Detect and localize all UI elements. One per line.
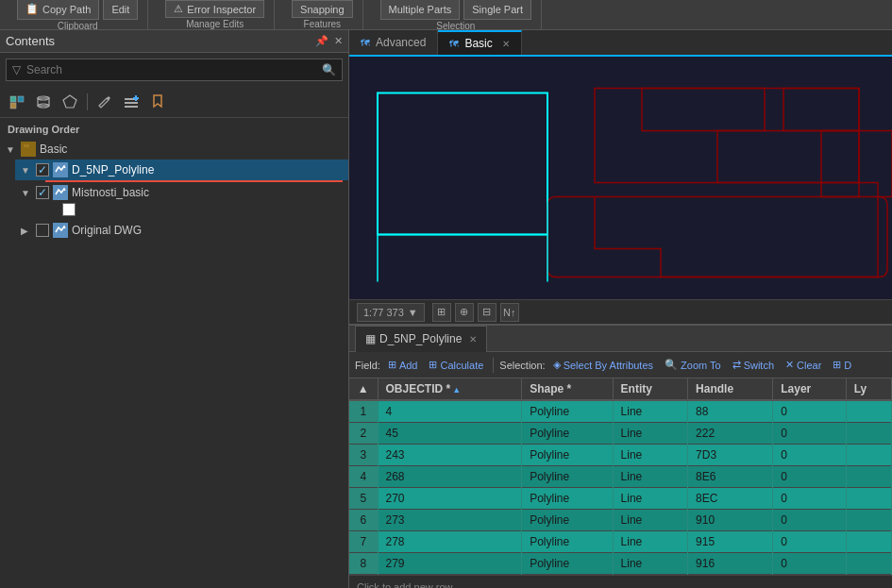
selection-section: Selection: ◈ Select By Attributes 🔍 Zoom… bbox=[499, 357, 855, 373]
tree-item-basic[interactable]: ▼ Basic bbox=[0, 139, 348, 160]
table-row[interactable]: 4 268 Polyline Line 8E6 0 bbox=[349, 466, 892, 488]
attr-tab-close[interactable]: ✕ bbox=[469, 334, 477, 344]
table-row[interactable]: 1 4 Polyline Line 88 0 bbox=[349, 400, 892, 423]
data-table[interactable]: ▲ OBJECTID *▲ Shape * Entity Handle Laye… bbox=[349, 378, 892, 588]
col-handle[interactable]: Handle bbox=[688, 378, 773, 400]
clear-button[interactable]: ✕ Clear bbox=[782, 357, 825, 373]
cell-ly bbox=[846, 466, 891, 488]
close-icon[interactable]: ✕ bbox=[334, 35, 343, 47]
svg-rect-12 bbox=[23, 146, 34, 153]
status-bar: 1:77 373 ▼ ⊞ ⊕ ⊟ N↑ bbox=[349, 299, 892, 324]
table-header-row: ▲ OBJECTID *▲ Shape * Entity Handle Laye… bbox=[349, 378, 892, 400]
add-layer-icon[interactable] bbox=[120, 91, 143, 113]
d-button[interactable]: ⊞ D bbox=[829, 357, 855, 373]
cell-layer: 0 bbox=[773, 445, 846, 466]
checkbox-original-dwg[interactable] bbox=[36, 224, 49, 237]
checkbox-d5np[interactable]: ✓ bbox=[36, 163, 49, 176]
tree-item-mistnosti[interactable]: ▼ ✓ Mistnosti_basic bbox=[15, 182, 348, 203]
nav-north-icon[interactable]: N↑ bbox=[500, 303, 519, 322]
sort-icon: ▲ bbox=[358, 382, 369, 395]
error-inspector-button[interactable]: ⚠ Error Inspector bbox=[165, 0, 264, 18]
checkbox-mistnosti[interactable]: ✓ bbox=[36, 186, 49, 199]
nav-table-icon[interactable]: ⊟ bbox=[478, 303, 496, 322]
nav-grid-icon[interactable]: ⊞ bbox=[432, 303, 451, 322]
tab-basic-close[interactable]: ✕ bbox=[502, 39, 510, 49]
clipboard-section: 📋 Copy Path Edit Clipboard bbox=[8, 0, 148, 29]
svg-rect-11 bbox=[133, 97, 139, 99]
svg-rect-13 bbox=[24, 144, 29, 147]
svg-rect-14 bbox=[349, 75, 892, 282]
cell-ly bbox=[846, 445, 891, 466]
bookmark-icon[interactable] bbox=[146, 91, 169, 113]
layer-icon-d5np bbox=[53, 162, 68, 177]
multiple-parts-button[interactable]: Multiple Parts bbox=[380, 0, 461, 20]
col-layer[interactable]: Layer bbox=[773, 378, 846, 400]
cell-objectid: 45 bbox=[378, 423, 522, 445]
attr-tab-d5np[interactable]: ▦ D_5NP_Polyline ✕ bbox=[355, 326, 487, 352]
attr-tab-icon: ▦ bbox=[365, 332, 376, 345]
tab-advanced-label: Advanced bbox=[376, 36, 426, 49]
scale-dropdown[interactable]: 1:77 373 ▼ bbox=[357, 303, 425, 322]
layer-icon-original-dwg bbox=[53, 223, 68, 238]
table-row[interactable]: 2 45 Polyline Line 222 0 bbox=[349, 423, 892, 445]
cell-layer: 0 bbox=[773, 488, 846, 510]
cell-entity: Line bbox=[613, 510, 688, 531]
cell-layer: 0 bbox=[773, 400, 846, 423]
cell-ly bbox=[846, 400, 891, 423]
pin-icon[interactable]: 📌 bbox=[315, 35, 328, 47]
cell-rownum: 8 bbox=[349, 553, 378, 575]
col-shape[interactable]: Shape * bbox=[522, 378, 613, 400]
add-row-hint[interactable]: Click to add new row. bbox=[349, 575, 892, 588]
scale-value: 1:77 373 bbox=[363, 307, 404, 318]
tree-item-original-dwg[interactable]: ▶ Original DWG bbox=[15, 220, 348, 241]
select-by-attributes-button[interactable]: ◈ Select By Attributes bbox=[549, 357, 657, 373]
manage-edits-label: Manage Edits bbox=[186, 19, 244, 29]
edit-button[interactable]: Edit bbox=[103, 0, 138, 20]
polygon-icon[interactable] bbox=[59, 91, 81, 113]
list-by-drawing-order-icon[interactable] bbox=[6, 91, 28, 113]
calculate-button[interactable]: ⊞ Calculate bbox=[425, 357, 487, 373]
expand-arrow-mistnosti: ▼ bbox=[21, 188, 32, 198]
tab-advanced[interactable]: 🗺 Advanced bbox=[349, 30, 438, 55]
snapping-button[interactable]: Snapping bbox=[292, 0, 353, 18]
cell-shape: Polyline bbox=[522, 423, 613, 445]
col-ly[interactable]: Ly bbox=[846, 378, 891, 400]
nav-magnet-icon[interactable]: ⊕ bbox=[455, 303, 474, 322]
single-part-button[interactable]: Single Part bbox=[463, 0, 531, 20]
copy-path-button[interactable]: 📋 Copy Path bbox=[17, 0, 99, 20]
cell-ly bbox=[846, 510, 891, 531]
cell-rownum: 2 bbox=[349, 423, 378, 445]
cell-layer: 0 bbox=[773, 553, 846, 575]
table-row[interactable]: 7 278 Polyline Line 915 0 bbox=[349, 531, 892, 553]
contents-toolbar-icons bbox=[0, 87, 348, 118]
map-view[interactable] bbox=[349, 57, 892, 299]
add-field-button[interactable]: ⊞ Add bbox=[384, 357, 422, 373]
group-icon-basic bbox=[21, 142, 36, 157]
col-entity[interactable]: Entity bbox=[613, 378, 688, 400]
swatch-white bbox=[62, 203, 76, 216]
contents-header: Contents 📌 ✕ bbox=[0, 30, 348, 53]
cylinder-icon[interactable] bbox=[32, 91, 55, 113]
d-icon: ⊞ bbox=[833, 359, 841, 371]
pencil-icon[interactable] bbox=[93, 91, 116, 113]
table-row[interactable]: 6 273 Polyline Line 910 0 bbox=[349, 510, 892, 531]
tab-basic-label: Basic bbox=[464, 37, 492, 50]
field-label: Field: bbox=[355, 360, 380, 371]
field-section: Field: ⊞ Add ⊞ Calculate bbox=[355, 357, 487, 373]
switch-button[interactable]: ⇄ Switch bbox=[729, 357, 778, 373]
zoom-to-button[interactable]: 🔍 Zoom To bbox=[661, 357, 725, 373]
col-objectid[interactable]: OBJECTID *▲ bbox=[378, 378, 522, 400]
cell-objectid: 243 bbox=[378, 445, 522, 466]
cell-rownum: 4 bbox=[349, 466, 378, 488]
attr-toolbar: Field: ⊞ Add ⊞ Calculate Selection: ◈ bbox=[349, 352, 892, 378]
search-input[interactable] bbox=[26, 63, 316, 76]
col-sort[interactable]: ▲ bbox=[349, 378, 378, 400]
tab-basic[interactable]: 🗺 Basic ✕ bbox=[438, 30, 521, 55]
table-row[interactable]: 8 279 Polyline Line 916 0 bbox=[349, 553, 892, 575]
cell-shape: Polyline bbox=[522, 488, 613, 510]
cell-shape: Polyline bbox=[522, 466, 613, 488]
layer-icon-mistnosti bbox=[53, 185, 68, 200]
table-row[interactable]: 5 270 Polyline Line 8EC 0 bbox=[349, 488, 892, 510]
table-row[interactable]: 3 243 Polyline Line 7D3 0 bbox=[349, 445, 892, 466]
tree-item-d5np[interactable]: ▼ ✓ D_5NP_Polyline bbox=[15, 160, 348, 180]
